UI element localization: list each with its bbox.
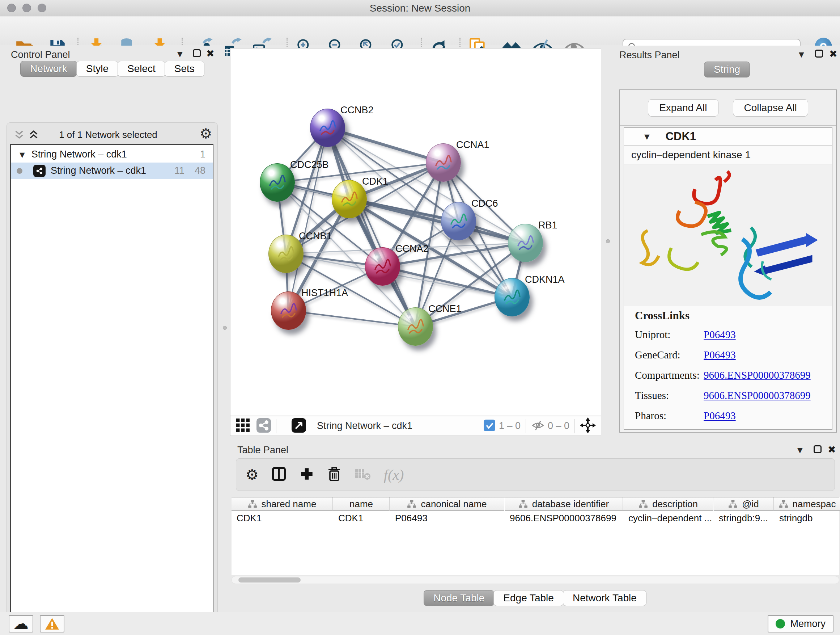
tab-network-table[interactable]: Network Table [563, 590, 646, 606]
birdseye-view-icon[interactable] [292, 418, 306, 434]
network-collection-row[interactable]: ▼ String Network – cdk1 1 [11, 146, 213, 163]
crosslink-row: Tissues:9606.ENSP00000378699 [635, 385, 832, 405]
gene-collapse-icon[interactable]: ▼ [644, 133, 650, 141]
cell-database-identifier[interactable]: 9606.ENSP00000378699 [505, 511, 623, 525]
tab-select[interactable]: Select [118, 61, 165, 77]
hidden-eye-icon[interactable] [531, 418, 545, 434]
cell--id[interactable]: stringdb:9... [714, 511, 774, 525]
cell-description[interactable]: cyclin–dependent ... [623, 511, 714, 525]
node-ccnb2[interactable] [310, 109, 345, 147]
results-panel-float-icon[interactable]: ▼ [799, 50, 804, 58]
control-panel-maximize-icon[interactable] [193, 49, 201, 57]
node-ccna2[interactable] [365, 247, 400, 286]
table-panel-maximize-icon[interactable] [813, 445, 821, 453]
tab-network[interactable]: Network [20, 61, 77, 77]
control-panel-title: Control Panel [11, 49, 70, 60]
memory-button[interactable]: Memory [767, 615, 834, 632]
node-table[interactable]: shared namenamecanonical namedatabase id… [232, 497, 839, 575]
protein-squiggle-icon [371, 256, 395, 279]
gene-description: cyclin–dependent kinase 1 [624, 146, 832, 165]
crosslink-link[interactable]: 9606.ENSP00000378699 [704, 369, 811, 381]
network-edges [231, 49, 602, 416]
left-splitter-handle[interactable] [223, 326, 227, 330]
node-rb1[interactable] [508, 224, 543, 262]
node-label-ccnb1: CCNB1 [299, 231, 332, 242]
column-header-namespac[interactable]: namespac [774, 497, 840, 511]
protein-squiggle-icon [432, 152, 455, 176]
memory-status-dot-icon [775, 619, 785, 629]
network-tree: ▼ String Network – cdk1 1 String Network… [10, 144, 213, 635]
show-columns-icon[interactable] [271, 466, 287, 483]
cloud-icon: ☁ [13, 616, 28, 631]
crosslink-link[interactable]: P06493 [704, 329, 736, 340]
node-hist1h1a[interactable] [271, 291, 306, 330]
expand-all-networks-icon[interactable] [28, 129, 39, 142]
protein-squiggle-icon [515, 233, 538, 256]
cell-name[interactable]: CDK1 [333, 511, 390, 525]
collapse-all-networks-icon[interactable] [13, 129, 25, 142]
network-canvas[interactable]: CCNB2 CCNA1 CDC25B CDK1 CDC6 RB1 CCNB1 C… [230, 48, 601, 416]
crosslink-label: Tissues: [635, 390, 704, 402]
grid-view-icon[interactable] [236, 418, 250, 434]
table-panel-float-icon[interactable]: ▼ [797, 446, 803, 454]
collection-expand-icon[interactable]: ▼ [19, 150, 25, 158]
node-cdk1[interactable] [332, 180, 367, 218]
tab-node-table[interactable]: Node Table [424, 590, 494, 606]
add-column-icon[interactable] [299, 466, 314, 483]
table-panel-close-icon[interactable]: ✖ [828, 445, 836, 454]
table-horizontal-scrollbar[interactable] [232, 576, 839, 584]
node-cdc6[interactable] [441, 202, 476, 241]
node-ccna1[interactable] [426, 143, 461, 182]
expand-all-button[interactable]: Expand All [648, 99, 718, 117]
crosslink-link[interactable]: 9606.ENSP00000378699 [704, 390, 811, 402]
protein-squiggle-icon [317, 118, 340, 141]
tab-string[interactable]: String [704, 62, 750, 78]
results-panel-close-icon[interactable]: ✖ [829, 49, 837, 59]
window-title: Session: New Session [0, 3, 840, 14]
cell-canonical-name[interactable]: P06493 [390, 511, 504, 525]
collapse-all-button[interactable]: Collapse All [733, 99, 808, 117]
warnings-button[interactable] [40, 615, 65, 632]
table-settings-gear-icon[interactable]: ⚙ [246, 466, 259, 483]
function-builder-icon[interactable]: f(x) [384, 466, 404, 483]
crosslink-link[interactable]: P06493 [704, 410, 736, 422]
control-panel-close-icon[interactable]: ✖ [206, 49, 215, 58]
protein-squiggle-icon [266, 172, 289, 195]
column-header-name[interactable]: name [333, 497, 390, 511]
column-header-shared-name[interactable]: shared name [232, 497, 333, 511]
cell-namespac[interactable]: stringdb [774, 511, 840, 525]
column-header--id[interactable]: @id [714, 497, 774, 511]
right-splitter-handle[interactable] [606, 239, 610, 243]
cloud-status-button[interactable]: ☁ [9, 615, 33, 632]
node-cdkn1a[interactable] [494, 278, 530, 317]
selected-checkbox-icon[interactable] [484, 420, 495, 432]
protein-squiggle-icon [278, 301, 301, 324]
string-results-box: Expand All Collapse All ▼ CDK1 cyclin–de… [619, 89, 837, 432]
column-header-description[interactable]: description [623, 497, 714, 511]
tab-style[interactable]: Style [76, 61, 118, 77]
results-panel-maximize-icon[interactable] [815, 50, 823, 57]
node-ccnb1[interactable] [268, 234, 303, 273]
gene-symbol: CDK1 [666, 130, 696, 143]
tab-sets[interactable]: Sets [164, 61, 204, 77]
scrollbar-thumb[interactable] [238, 578, 301, 583]
collection-label: String Network – cdk1 [32, 149, 127, 160]
control-panel-float-icon[interactable]: ▼ [177, 50, 183, 58]
crosslink-link[interactable]: P06493 [704, 349, 736, 361]
column-header-database-identifier[interactable]: database identifier [505, 497, 623, 511]
table-tabs: Node Table Edge Table Network Table [230, 590, 840, 606]
tab-edge-table[interactable]: Edge Table [493, 590, 564, 606]
node-label-rb1: RB1 [538, 220, 557, 231]
node-cdc25b[interactable] [260, 163, 295, 202]
crosslink-label: Compartments: [635, 369, 704, 381]
network-row[interactable]: String Network – cdk1 11 48 [11, 163, 213, 179]
string-view-icon[interactable] [256, 418, 271, 434]
delete-table-icon[interactable] [354, 467, 371, 482]
column-header-canonical-name[interactable]: canonical name [390, 497, 504, 511]
pan-crosshair-icon[interactable] [580, 417, 596, 435]
crosslink-label: GeneCard: [635, 349, 704, 361]
delete-column-icon[interactable] [327, 466, 342, 483]
network-options-gear-icon[interactable]: ⚙ [200, 126, 212, 141]
node-ccne1[interactable] [398, 307, 433, 346]
cell-shared-name[interactable]: CDK1 [232, 511, 333, 525]
